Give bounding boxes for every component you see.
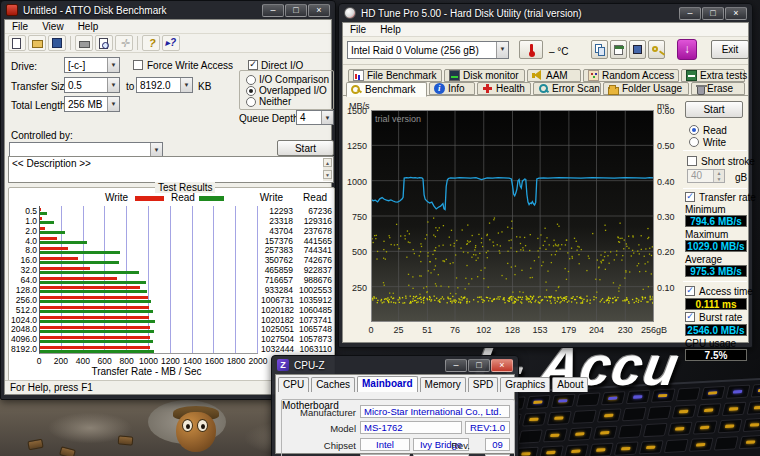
total-length-select[interactable]: 256 MB▼	[64, 96, 120, 112]
tab-extra-tests[interactable]: Extra tests	[681, 69, 745, 82]
key-icon	[652, 46, 658, 52]
burst-rate-checkbox[interactable]	[685, 312, 695, 322]
move-icon: ✛	[120, 37, 129, 49]
scroll-up-icon[interactable]: ▲	[323, 158, 332, 167]
options-button[interactable]	[648, 40, 665, 59]
keyboard-key	[672, 404, 697, 418]
cpuz-titlebar[interactable]: Z CPU-Z – □ ×	[275, 356, 515, 374]
short-stroke-checkbox[interactable]	[687, 156, 697, 166]
description-scrollbar[interactable]: ▲▼	[323, 158, 332, 181]
scroll-down-icon[interactable]: ▼	[323, 170, 332, 179]
new-file-button[interactable]	[8, 35, 26, 51]
screenshot-button[interactable]	[610, 40, 627, 59]
context-help-button[interactable]: ▸?	[162, 35, 180, 51]
hdtune-menu-help[interactable]: Help	[373, 24, 408, 35]
print-button[interactable]	[75, 35, 93, 51]
controlled-by-select[interactable]: ▼	[9, 142, 163, 157]
short-stroke-size-stepper[interactable]: 40 ▲▼	[687, 169, 725, 183]
key-glow	[558, 399, 568, 403]
help-button[interactable]: ?	[142, 35, 160, 51]
y-axis-right-tick-label: 0.10	[657, 283, 681, 293]
hdtune-titlebar[interactable]: HD Tune Pro 5.00 - Hard Disk Utility (tr…	[342, 4, 749, 22]
atto-menu-file[interactable]: File	[5, 21, 35, 32]
toolbar-separator	[70, 36, 71, 50]
chevron-down-icon[interactable]: ▼	[150, 143, 162, 156]
chevron-down-icon[interactable]: ▼	[321, 111, 333, 124]
drive-select[interactable]: [-c-]▼	[64, 57, 120, 73]
chevron-down-icon[interactable]: ▼	[107, 97, 119, 111]
tab-info[interactable]: Info	[429, 82, 475, 95]
exit-button[interactable]: Exit	[711, 40, 749, 59]
copy-button[interactable]	[591, 40, 608, 59]
hdtune-close-button[interactable]: ×	[725, 7, 747, 20]
io-comparison-radio[interactable]	[246, 75, 256, 85]
tab-cpu[interactable]: CPU	[278, 377, 309, 392]
direct-io-checkbox[interactable]	[248, 60, 258, 70]
read-bar	[40, 320, 155, 323]
queue-depth-select[interactable]: 4▼	[296, 110, 334, 125]
tab-graphics[interactable]: Graphics	[500, 377, 550, 392]
hdtune-maximize-button[interactable]: □	[702, 7, 724, 20]
tab-erase[interactable]: Erase	[691, 82, 745, 95]
tab-caches[interactable]: Caches	[311, 377, 355, 392]
read-radio[interactable]	[689, 125, 699, 135]
move-button[interactable]: ✛	[115, 35, 133, 51]
tab-aam[interactable]: AAM	[527, 69, 581, 82]
tab-mainboard[interactable]: Mainboard	[357, 376, 418, 392]
download-update-button[interactable]: ↓	[677, 39, 697, 60]
tab-folder-usage[interactable]: Folder Usage	[603, 82, 689, 95]
hdtune-start-button[interactable]: Start	[685, 101, 743, 118]
hdtune-minimize-button[interactable]: –	[679, 7, 701, 20]
start-button[interactable]: Start	[277, 140, 334, 156]
temperature-button[interactable]	[519, 40, 543, 59]
atto-minimize-button[interactable]: –	[262, 4, 284, 17]
tab-spd[interactable]: SPD	[468, 377, 499, 392]
tab-random-access[interactable]: Random Access	[583, 69, 679, 82]
atto-maximize-button[interactable]: □	[285, 4, 307, 17]
new-file-icon	[12, 38, 21, 49]
transfer-rate-checkbox[interactable]	[685, 192, 695, 202]
print-preview-button[interactable]	[95, 35, 113, 51]
chevron-down-icon[interactable]: ▼	[107, 58, 119, 72]
description-box[interactable]: << Description >> ▲▼	[8, 156, 334, 183]
chevron-down-icon[interactable]: ▼	[107, 78, 119, 92]
atto-titlebar[interactable]: Untitled - ATTO Disk Benchmark – □ ×	[4, 1, 332, 19]
key-glow	[533, 400, 543, 404]
tab-file-benchmark[interactable]: File Benchmark	[348, 69, 442, 82]
cpuz-client-area: CPU Caches Mainboard Memory SPD Graphics…	[275, 374, 515, 454]
benchmark-icon	[351, 84, 362, 95]
cpuz-maximize-button[interactable]: □	[468, 359, 490, 372]
tab-benchmark[interactable]: Benchmark	[346, 82, 427, 97]
transfer-size-from-select[interactable]: 0.5▼	[64, 77, 120, 93]
hdtune-drive-select[interactable]: Intel Raid 0 Volume (256 gB)▼	[347, 41, 509, 59]
tab-memory[interactable]: Memory	[420, 377, 466, 392]
force-write-access-checkbox[interactable]	[133, 60, 143, 70]
keyboard-key	[647, 406, 672, 420]
tab-health[interactable]: Health	[477, 82, 531, 95]
neither-radio[interactable]	[246, 97, 256, 107]
transfer-size-to-select[interactable]: 8192.0▼	[136, 77, 193, 93]
atto-menu-view[interactable]: View	[35, 21, 71, 32]
cpuz-close-button[interactable]: ×	[491, 359, 513, 372]
chevron-down-icon[interactable]: ▼	[496, 42, 508, 58]
tab-error-scan[interactable]: Error Scan	[533, 82, 601, 95]
overlapped-io-radio[interactable]	[246, 86, 256, 96]
write-radio[interactable]	[689, 137, 699, 147]
atto-close-button[interactable]: ×	[308, 4, 330, 17]
save-button[interactable]	[48, 35, 66, 51]
save-button[interactable]	[629, 40, 646, 59]
read-value: 1073741	[295, 316, 332, 325]
tab-disk-monitor[interactable]: Disk monitor	[444, 69, 525, 82]
chevron-down-icon[interactable]: ▼	[180, 78, 192, 92]
cpuz-minimize-button[interactable]: –	[445, 359, 467, 372]
hdtune-menu-file[interactable]: File	[343, 24, 373, 35]
keyboard-key	[639, 440, 664, 454]
atto-menu-help[interactable]: Help	[71, 21, 106, 32]
tab-about[interactable]: About	[552, 377, 588, 392]
access-time-checkbox[interactable]	[685, 286, 695, 296]
write-bar	[40, 346, 150, 349]
keyboard-key	[597, 408, 622, 422]
open-file-button[interactable]	[28, 35, 46, 51]
x-axis-tick: 2000	[243, 356, 273, 366]
stepper-down-icon[interactable]: ▼	[714, 176, 724, 182]
